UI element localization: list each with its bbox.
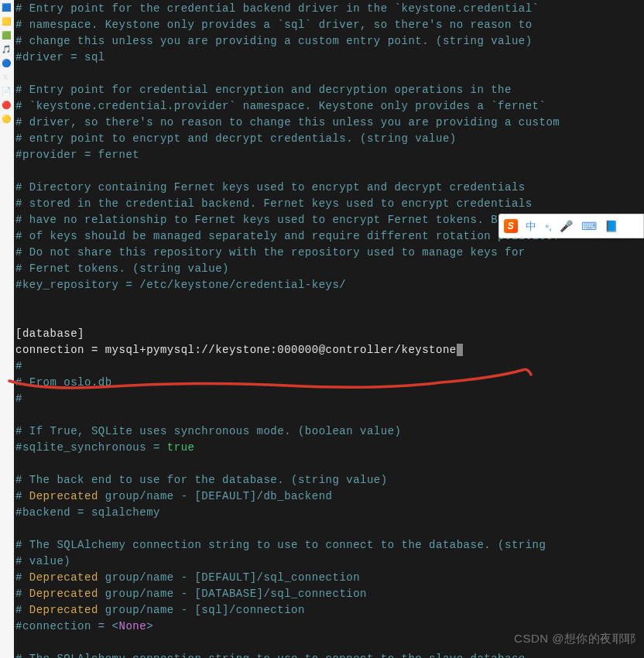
code-line: connection = mysql+pymysql://keystone:00… bbox=[15, 342, 642, 358]
code-line: # Entry point for credential encryption … bbox=[15, 82, 642, 98]
code-line: #driver = sql bbox=[15, 50, 642, 66]
code-line: #key_repository = /etc/keystone/credenti… bbox=[15, 277, 642, 293]
code-line: # Deprecated group/name - [sql]/connecti… bbox=[15, 602, 642, 619]
code-line: # value) bbox=[15, 553, 642, 570]
ime-logo-icon: S bbox=[504, 219, 518, 233]
code-line: # stored in the credential backend. Fern… bbox=[15, 196, 642, 212]
code-line: # Do not share this repository with the … bbox=[15, 245, 642, 261]
code-line: # change this unless you are providing a… bbox=[15, 33, 642, 50]
code-line: # entry point to encrypt and decrypt cre… bbox=[15, 131, 642, 147]
gutter-icon: 🟩 bbox=[0, 29, 12, 42]
ime-skin-icon[interactable]: 📘 bbox=[605, 218, 618, 235]
code-line: # If True, SQLite uses synchronous mode.… bbox=[15, 423, 642, 440]
code-line: # The back end to use for the database. … bbox=[15, 472, 642, 488]
code-line: # Deprecated group/name - [DEFAULT]/sql_… bbox=[15, 570, 642, 586]
code-line bbox=[15, 293, 642, 310]
gutter-icon: 📄 bbox=[0, 85, 12, 98]
code-line bbox=[15, 407, 642, 423]
code-line bbox=[15, 310, 642, 326]
gutter-icon: 🟦 bbox=[0, 2, 12, 14]
ime-voice-icon[interactable]: 🎤 bbox=[560, 218, 574, 235]
code-line: # namespace. Keystone only provides a `s… bbox=[15, 17, 642, 33]
code-line: # Entry point for the credential backend… bbox=[15, 1, 642, 17]
code-line bbox=[15, 456, 642, 472]
code-line: #provider = fernet bbox=[15, 147, 642, 163]
code-line: #sqlite_synchronous = true bbox=[15, 440, 642, 456]
ime-language-indicator[interactable]: 中 bbox=[526, 218, 537, 235]
code-line: # The SQLAlchemy connection string to us… bbox=[15, 537, 642, 553]
code-line: #backend = sqlalchemy bbox=[15, 505, 642, 521]
ime-keyboard-icon[interactable]: ⌨ bbox=[581, 218, 598, 235]
gutter-icon: 🎵 bbox=[0, 43, 12, 56]
code-line: #connection = <None> bbox=[15, 619, 642, 635]
editor-content[interactable]: # Entry point for the credential backend… bbox=[14, 0, 644, 658]
code-line bbox=[15, 521, 642, 537]
gutter-icon: 🔴 bbox=[0, 99, 12, 111]
code-line: # `keystone.credential.provider` namespa… bbox=[15, 98, 642, 115]
gutter-icon: 🔵 bbox=[0, 57, 12, 70]
code-line: # From oslo.db bbox=[15, 375, 642, 391]
code-line: # Deprecated group/name - [DATABASE]/sql… bbox=[15, 586, 642, 602]
gutter-icon: 🟡 bbox=[0, 113, 12, 125]
app-gutter: 🟦 🟨 🟩 🎵 🔵 K 📄 🔴 🟡 bbox=[0, 0, 14, 658]
ime-toolbar[interactable]: S 中 ⸰, 🎤 ⌨ 📘 bbox=[498, 214, 644, 238]
code-line bbox=[15, 163, 642, 180]
code-line: # bbox=[15, 391, 642, 407]
code-line: # The SQLAlchemy connection string to us… bbox=[15, 651, 642, 658]
gutter-icon: K bbox=[0, 71, 12, 84]
text-cursor bbox=[457, 344, 463, 356]
ime-punct-icon[interactable]: ⸰, bbox=[545, 218, 553, 235]
code-line: # Fernet tokens. (string value) bbox=[15, 261, 642, 277]
gutter-icon: 🟨 bbox=[0, 15, 12, 28]
code-line bbox=[15, 635, 642, 651]
code-line: [database] bbox=[15, 326, 642, 342]
code-line: # Deprecated group/name - [DEFAULT]/db_b… bbox=[15, 488, 642, 505]
code-line: # Directory containing Fernet keys used … bbox=[15, 180, 642, 196]
code-line: # driver, so there's no reason to change… bbox=[15, 115, 642, 131]
code-line bbox=[15, 66, 642, 82]
code-line: # bbox=[15, 358, 642, 375]
